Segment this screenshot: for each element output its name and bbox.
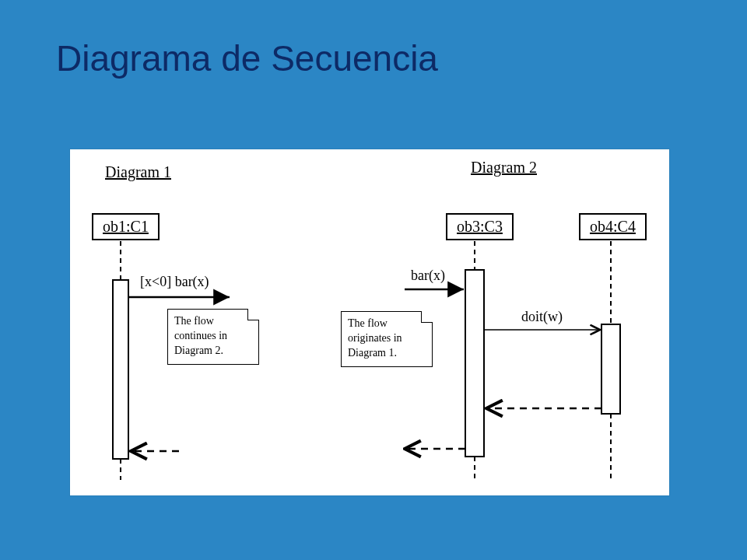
diagram2-incoming-message: bar(x) — [411, 268, 445, 284]
note-line: The flow — [348, 317, 388, 329]
diagram2-note: The flow originates in Diagram 1. — [341, 311, 433, 367]
diagram-panel: Diagram 1 ob1:C1 [x<0] bar(x) The flow c… — [70, 149, 669, 495]
diagram1-message: [x<0] bar(x) — [140, 274, 209, 290]
note-line: Diagram 1. — [348, 347, 397, 359]
note-line: Diagram 2. — [174, 345, 223, 356]
lifeline-ob3: ob3:C3 — [446, 213, 514, 240]
diagram2-label: Diagram 2 — [471, 159, 537, 177]
diagram1-label: Diagram 1 — [105, 163, 171, 181]
svg-rect-9 — [601, 324, 620, 414]
diagram1-note: The flow continues in Diagram 2. — [167, 309, 259, 365]
lifeline-ob1: ob1:C1 — [92, 213, 160, 240]
note-line: originates in — [348, 332, 402, 344]
slide-container: Diagrama de Secuencia — [0, 0, 747, 560]
svg-rect-1 — [113, 280, 128, 459]
svg-rect-6 — [465, 270, 484, 457]
slide-title: Diagrama de Secuencia — [56, 37, 438, 79]
note-line: The flow — [174, 315, 214, 327]
lifeline-ob4: ob4:C4 — [579, 213, 647, 240]
note-line: continues in — [174, 330, 227, 341]
diagram2-call-message: doit(w) — [521, 309, 563, 325]
